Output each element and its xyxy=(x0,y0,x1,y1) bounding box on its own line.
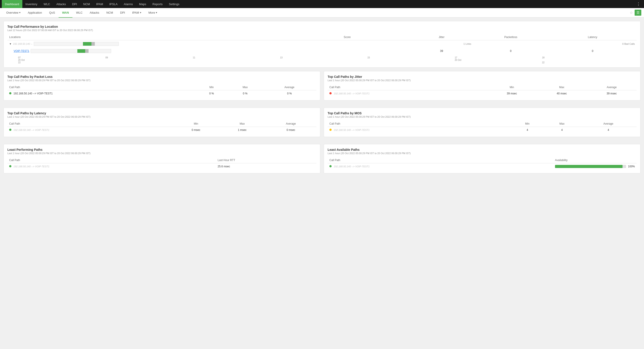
max-value: 0 % xyxy=(228,90,262,97)
more-options-button[interactable]: ⋮ xyxy=(634,2,642,7)
table-row: 192.168.50.140 --> VOIP-TEST1 0 msec 1 m… xyxy=(8,127,316,133)
date-label: 20 Oct xyxy=(454,59,542,61)
expand-icon[interactable]: ▼ xyxy=(9,43,12,45)
availability-fill xyxy=(555,165,623,168)
latency-card: Top Call Paths by Latency Last 1 hour (2… xyxy=(4,108,320,137)
score-bar-child xyxy=(31,49,111,53)
avg-value: 4 xyxy=(580,127,636,133)
tab-wan[interactable]: WAN xyxy=(58,8,72,18)
col-max: Max xyxy=(537,84,587,90)
main-content: Top Call Performance by Location Last 12… xyxy=(0,18,644,181)
nav-item-inventory[interactable]: Inventory xyxy=(22,0,40,8)
col-latency: Latency xyxy=(548,34,636,40)
col-call-path: Call Path xyxy=(8,157,216,163)
nav-item-reports[interactable]: Reports xyxy=(149,0,166,8)
status-dot xyxy=(330,129,332,131)
nav-item-wlc[interactable]: WLC xyxy=(40,0,53,8)
sidebar-toggle-button[interactable]: ☰ xyxy=(634,10,641,16)
child-latency: 0 xyxy=(548,48,636,55)
tab-ipam[interactable]: IPAM ▾ xyxy=(128,8,145,18)
path-label: 192.168.50.140 --> VOIP-TEST1 xyxy=(334,92,370,95)
top-call-performance-subtitle: Last 12 hours (20 Oct 2022 07:00:00 AM I… xyxy=(8,29,636,32)
score-bar-parent xyxy=(34,42,119,46)
second-nav-actions: ☆ ☰ xyxy=(630,10,641,16)
col-last-hour-rtt: Last Hour RTT xyxy=(216,157,316,163)
packet-loss-card: Top Call Paths by Packet Loss Last 1 hou… xyxy=(4,71,320,101)
tab-overview[interactable]: Overview ▾ xyxy=(3,8,24,18)
col-max: Max xyxy=(219,121,266,127)
max-value: 4 xyxy=(544,127,580,133)
max-value: 1 msec xyxy=(219,127,266,133)
nav-item-settings[interactable]: Settings xyxy=(166,0,182,8)
time-label: 13 xyxy=(280,56,368,59)
avg-value: 0 % xyxy=(262,90,316,97)
nav-item-alarms[interactable]: Alarms xyxy=(121,0,136,8)
chevron-down-icon: ▾ xyxy=(19,11,20,14)
col-call-path: Call Path xyxy=(328,84,487,90)
child-jitter: 39 xyxy=(410,48,473,55)
tab-wlc[interactable]: WLC xyxy=(72,8,86,18)
timeline-section: 07 09 11 13 15 17 18 20 Oct 20 Oct 22 22 xyxy=(8,56,636,64)
mos-subtitle: Last 1 hour (20 Oct 2022 05:00:29 PM IST… xyxy=(328,115,636,118)
col-min: Min xyxy=(195,84,228,90)
table-row: 192.168.50.140 --> VOIP-TEST1 39 msec 40… xyxy=(328,90,636,97)
col-min: Min xyxy=(511,121,544,127)
col-average: Average xyxy=(265,121,316,127)
col-score: Score xyxy=(284,34,410,40)
chevron-down-icon: ▾ xyxy=(156,11,157,14)
path-label: 192.168.50.140 --> VOIP-TEST1 xyxy=(334,129,370,131)
favorite-icon[interactable]: ☆ xyxy=(630,11,633,15)
table-row: 192.168.50.140 --> VOIP-TEST1 4 4 4 xyxy=(328,127,636,133)
child-location-name[interactable]: VOIP-TEST1 xyxy=(14,50,29,53)
col-packetloss: Packetloss xyxy=(473,34,548,40)
nav-item-ipsla[interactable]: IPSLA xyxy=(106,0,121,8)
availability-bar: 100% xyxy=(555,165,635,168)
nav-item-maps[interactable]: Maps xyxy=(136,0,149,8)
latency-title: Top Call Paths by Latency xyxy=(8,111,316,115)
tab-ncm[interactable]: NCM xyxy=(103,8,117,18)
date-labels: 20 Oct 20 Oct xyxy=(8,59,636,61)
second-nav: Overview ▾ Application QoS WAN WLC Attac… xyxy=(0,8,644,18)
parent-location-name: 192.168.50.140 -- xyxy=(13,43,32,45)
latency-table: Call Path Min Max Average 192.168.50.140… xyxy=(8,121,316,133)
nav-item-dpi[interactable]: DPI xyxy=(69,0,80,8)
bar-gray-fill xyxy=(92,42,95,46)
least-available-title: Least Available Paths xyxy=(328,148,636,151)
mos-title: Top Call Paths by MOS xyxy=(328,111,636,115)
nav-item-dashboard[interactable]: Dashboard xyxy=(2,0,22,8)
col-call-path: Call Path xyxy=(8,84,195,90)
metrics-grid: Top Call Paths by Packet Loss Last 1 hou… xyxy=(4,71,640,177)
min-value: 39 msec xyxy=(487,90,537,97)
status-dot xyxy=(9,92,12,94)
col-availability: Availability xyxy=(553,157,636,163)
status-dot xyxy=(9,129,12,131)
col-call-path: Call Path xyxy=(328,121,511,127)
time-label: 09 xyxy=(106,56,193,59)
nav-item-ncm[interactable]: NCM xyxy=(80,0,93,8)
least-performing-table: Call Path Last Hour RTT 192.168.50.140 -… xyxy=(8,157,316,170)
tab-application[interactable]: Application xyxy=(24,8,46,18)
nav-item-attacks[interactable]: Attacks xyxy=(53,0,69,8)
least-performing-card: Least Performing Paths Last 1 hour (20 O… xyxy=(4,144,320,173)
min-value: 0 msec xyxy=(173,127,219,133)
date-label xyxy=(368,59,455,61)
mos-card: Top Call Paths by MOS Last 1 hour (20 Oc… xyxy=(324,108,640,137)
top-call-performance-title: Top Call Performance by Location xyxy=(8,25,636,29)
status-dot xyxy=(330,165,332,167)
col-jitter: Jitter xyxy=(410,34,473,40)
least-performing-title: Least Performing Paths xyxy=(8,148,316,151)
tab-attacks[interactable]: Attacks xyxy=(86,8,103,18)
nav-item-ipam[interactable]: IPAM xyxy=(93,0,106,8)
col-average: Average xyxy=(587,84,636,90)
parent-bad-calls: 0 Bad Calls xyxy=(548,40,636,48)
col-max: Max xyxy=(228,84,262,90)
time-label: 18 xyxy=(542,56,630,59)
tab-dpi[interactable]: DPI xyxy=(116,8,128,18)
tab-more[interactable]: More ▾ xyxy=(145,8,161,18)
path-label: 192.168.50.140 --> VOIP-TEST1 xyxy=(14,92,52,95)
tab-qos[interactable]: QoS xyxy=(46,8,58,18)
least-available-table: Call Path Availability 192.168.50.140 --… xyxy=(328,157,636,170)
col-average: Average xyxy=(262,84,316,90)
date-label: 20 Oct xyxy=(18,59,106,61)
max-value: 40 msec xyxy=(537,90,587,97)
